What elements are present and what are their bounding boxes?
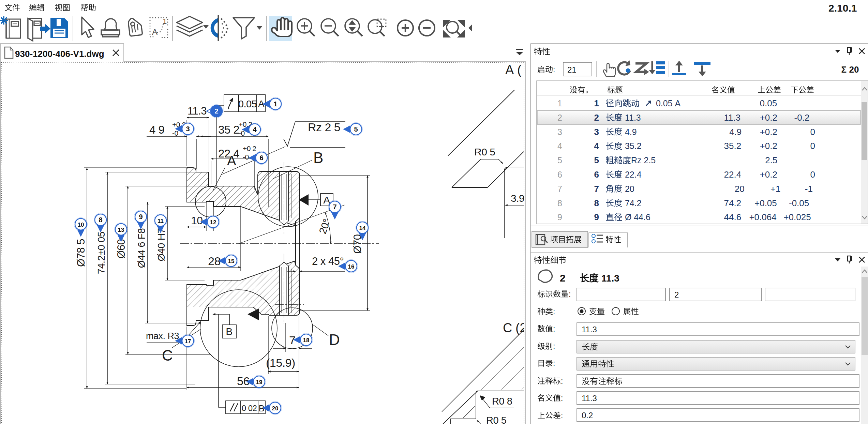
svg-text:74.2: 74.2	[724, 198, 742, 208]
svg-text:R0 8: R0 8	[492, 396, 512, 407]
svg-text:+0.05: +0.05	[754, 198, 777, 208]
svg-text:15: 15	[228, 258, 235, 264]
svg-text:Ø44 6 F8: Ø44 6 F8	[136, 228, 147, 268]
svg-text:1: 1	[163, 17, 167, 26]
svg-text:0: 0	[810, 169, 815, 180]
svg-text:7: 7	[594, 184, 599, 194]
svg-text:44.6: 44.6	[724, 212, 742, 222]
svg-text:+0.2: +0.2	[760, 112, 777, 123]
svg-text:-0: -0	[243, 153, 249, 161]
svg-text::: :	[553, 324, 555, 333]
svg-text:6: 6	[594, 169, 599, 180]
svg-text:(15.9): (15.9)	[266, 356, 295, 369]
svg-text:1: 1	[594, 98, 599, 108]
svg-text:Σ 20: Σ 20	[841, 64, 859, 75]
svg-text:4: 4	[594, 141, 599, 151]
svg-text:1: 1	[557, 99, 562, 108]
svg-text:11.3: 11.3	[599, 273, 619, 284]
svg-text:11.3: 11.3	[188, 105, 207, 117]
svg-text:0.2: 0.2	[582, 411, 593, 420]
svg-text:Rz 2.5: Rz 2.5	[631, 155, 656, 165]
svg-text:R0 5: R0 5	[486, 415, 506, 424]
svg-text:+0.025: +0.025	[783, 212, 811, 222]
svg-text:9: 9	[557, 212, 562, 222]
svg-text:0: 0	[810, 127, 815, 137]
svg-text:7: 7	[557, 184, 562, 194]
svg-text:8: 8	[99, 216, 102, 224]
svg-text:2.5: 2.5	[765, 155, 777, 165]
svg-text:4.9: 4.9	[623, 127, 637, 137]
svg-text:74.2: 74.2	[623, 198, 642, 208]
svg-text:1: 1	[273, 100, 277, 108]
svg-text:max. R3: max. R3	[146, 331, 179, 341]
svg-text:D: D	[329, 331, 340, 348]
svg-text:B: B	[313, 149, 323, 166]
svg-text:22.4: 22.4	[623, 170, 642, 179]
svg-text:Rz 2 5: Rz 2 5	[308, 121, 340, 134]
svg-text:C (2: C (2	[503, 321, 527, 335]
svg-text:Ø40 H7: Ø40 H7	[156, 228, 167, 261]
svg-text:-1: -1	[805, 184, 813, 194]
svg-text:3: 3	[594, 127, 599, 137]
svg-text:5: 5	[557, 155, 562, 165]
svg-text:8: 8	[594, 198, 599, 208]
svg-text:A (: A (	[505, 63, 522, 77]
svg-text:0.05: 0.05	[760, 98, 777, 108]
svg-text:Ø60: Ø60	[115, 239, 127, 258]
svg-text:28: 28	[208, 255, 221, 268]
svg-text:2: 2	[594, 112, 599, 123]
svg-text:6: 6	[557, 170, 562, 179]
svg-text::: :	[553, 65, 555, 74]
svg-text:11.3: 11.3	[582, 325, 597, 334]
svg-text:Ø 44.6: Ø 44.6	[623, 212, 650, 222]
svg-text::: :	[561, 411, 563, 420]
svg-text:0.05: 0.05	[238, 99, 257, 109]
svg-text:16: 16	[348, 263, 355, 270]
svg-text:+0.2: +0.2	[760, 141, 777, 151]
svg-text:-0.05: -0.05	[789, 198, 809, 208]
svg-text:+0.2: +0.2	[760, 127, 777, 137]
svg-text:11.3: 11.3	[582, 394, 597, 403]
svg-text:35.2: 35.2	[724, 141, 742, 151]
svg-text:5: 5	[594, 155, 599, 165]
svg-text:-0: -0	[172, 129, 178, 137]
svg-text:+0.2: +0.2	[760, 169, 777, 180]
svg-text:2: 2	[557, 113, 562, 122]
svg-text:20: 20	[735, 184, 745, 194]
svg-text:+1: +1	[770, 184, 781, 194]
svg-text:20: 20	[623, 184, 634, 194]
svg-text:10: 10	[191, 214, 203, 227]
svg-text:7: 7	[333, 203, 336, 211]
svg-text:0: 0	[810, 141, 815, 151]
svg-text:9: 9	[594, 212, 599, 222]
svg-text:B: B	[226, 326, 233, 337]
svg-text:2: 2	[560, 272, 566, 284]
svg-text:C: C	[162, 347, 173, 364]
svg-text::: :	[553, 307, 555, 316]
svg-text:0 02: 0 02	[242, 404, 257, 413]
svg-text:20: 20	[272, 405, 279, 412]
svg-text:0.05 A: 0.05 A	[654, 99, 681, 108]
svg-text:A: A	[227, 153, 236, 168]
svg-text:2.10.1: 2.10.1	[828, 2, 857, 14]
svg-text:21: 21	[567, 65, 577, 74]
svg-text:3.9: 3.9	[511, 193, 524, 204]
svg-text:35 2: 35 2	[218, 123, 239, 136]
svg-text::: :	[553, 359, 555, 368]
svg-text::: :	[569, 290, 571, 299]
svg-text:4.9: 4.9	[729, 127, 742, 137]
svg-text:10: 10	[78, 222, 84, 228]
svg-text:3: 3	[186, 125, 190, 133]
svg-text:4: 4	[253, 126, 257, 133]
svg-text:A: A	[152, 27, 158, 36]
svg-text:5: 5	[354, 125, 358, 133]
svg-text:14: 14	[359, 225, 366, 231]
svg-text:2: 2	[674, 290, 679, 299]
svg-text::: :	[561, 377, 563, 385]
svg-text:4 9: 4 9	[149, 123, 164, 136]
svg-text:17: 17	[185, 338, 191, 345]
svg-text:+0 2: +0 2	[243, 145, 256, 152]
svg-text:35.2: 35.2	[623, 141, 642, 151]
svg-text:3: 3	[557, 127, 562, 137]
svg-text:+0.064: +0.064	[749, 212, 776, 222]
